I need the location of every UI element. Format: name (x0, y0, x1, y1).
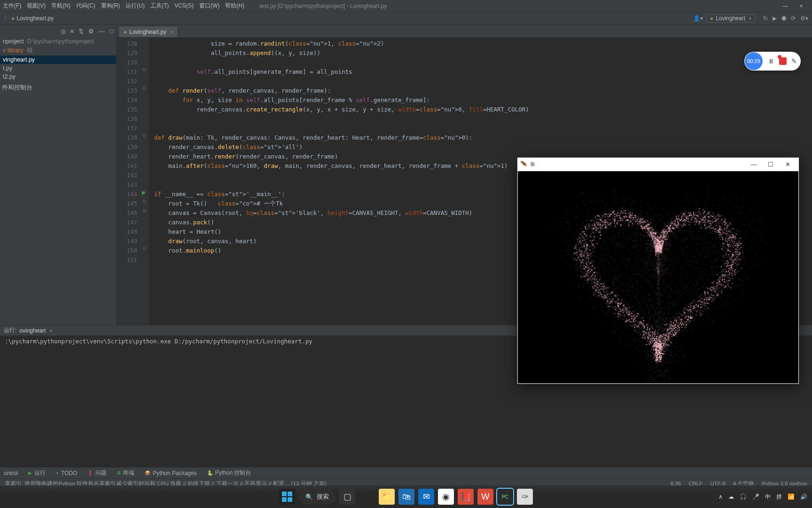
bottom-tab[interactable]: 📦Python Packages (145, 470, 196, 476)
sidebar-tool-icon[interactable]: ⇅ (78, 28, 84, 35)
tree-file[interactable]: t.py (0, 64, 116, 72)
system-tray[interactable]: ∧☁🎧🎤中拼📶🔊 (718, 493, 807, 501)
tk-title-text: tk (531, 161, 535, 167)
taskbar-app-pycharm[interactable]: PC (497, 489, 513, 505)
menu-item[interactable]: 导航(N) (51, 2, 70, 9)
taskbar-search[interactable]: 🔍搜索 (299, 489, 336, 504)
run-config-display: ovingheart (19, 327, 46, 334)
tree-file[interactable]: vingheart.py (0, 56, 116, 64)
bottom-tab[interactable]: ontrol (4, 470, 18, 476)
bottom-tab[interactable]: ≡TODO (56, 470, 77, 476)
project-name: nproject (3, 38, 23, 45)
sidebar-tool-icon[interactable]: ⚙ (88, 28, 94, 35)
menu-item[interactable]: VCS(S) (174, 2, 194, 9)
tray-icon[interactable]: 🎧 (740, 493, 747, 500)
minimize-button[interactable]: — (777, 3, 793, 9)
toolbar-icon[interactable]: ▶ (773, 15, 777, 22)
cursor-icon (778, 55, 781, 59)
breadcrumb-file[interactable]: Lovingheart.py (16, 15, 54, 22)
tree-project-root[interactable]: nproject D:\pycharm\pythonproject (0, 37, 116, 46)
tk-close-button[interactable]: ✕ (779, 161, 796, 168)
bottom-tab[interactable]: ▶运行 (28, 469, 46, 477)
menu-item[interactable]: 运行(U) (125, 2, 145, 9)
sidebar-tool-icon[interactable]: ◎ (61, 28, 66, 35)
lib-label: library (8, 47, 23, 54)
dropdown-icon: ▾ (749, 16, 751, 21)
tree-file[interactable]: t2.py (0, 72, 116, 81)
sidebar-tool-icon[interactable]: ≡ (70, 28, 74, 35)
user-button[interactable]: 👤▾ (693, 15, 703, 22)
fold-gutter[interactable]: ⊟⊟⊟⊟▶⊟⊟⊟ (141, 38, 148, 325)
toolbar-icon[interactable]: ⬢ (781, 15, 786, 22)
tk-output-window[interactable]: 🪶 tk — ☐ ✕ (517, 157, 799, 384)
stop-button[interactable] (779, 57, 787, 65)
toolbar-icon[interactable]: ⟳ (791, 15, 796, 22)
pause-button[interactable]: ⏸ (768, 57, 774, 65)
taskbar-app-explorer[interactable]: 📁 (379, 489, 395, 505)
svg-rect-2 (282, 497, 287, 502)
taskbar-app-red1[interactable]: 📕 (458, 489, 474, 505)
menu-item[interactable]: 代码(C) (76, 2, 95, 9)
run-label: 运行: (4, 326, 16, 334)
sidebar-tool-icon[interactable]: □ (109, 28, 113, 35)
editor-tab[interactable]: ● Lovingheart.py × (118, 26, 178, 37)
bottom-tool-tabs: ontrol▶运行≡TODO❗问题≣终端📦Python Packages🐍Pyt… (0, 467, 812, 478)
menu-item[interactable]: 窗口(W) (199, 2, 219, 9)
tk-maximize-button[interactable]: ☐ (762, 161, 779, 168)
taskbar-app-edge[interactable] (359, 489, 375, 505)
edit-button[interactable]: ✎ (791, 57, 797, 65)
toolbar-icon[interactable]: ↻ (763, 15, 768, 22)
svg-rect-1 (288, 492, 292, 496)
bottom-tab[interactable]: 🐍Python 控制台 (207, 469, 251, 477)
run-config-name: Lovingheart (716, 15, 745, 22)
tree-lib[interactable]: v library 根 (0, 46, 116, 56)
tray-icon[interactable]: ☁ (728, 493, 734, 500)
bottom-tab[interactable]: ≣终端 (117, 469, 134, 477)
tray-icon[interactable]: 🎤 (752, 493, 759, 500)
taskbar-app-taskview[interactable]: ▢ (339, 489, 355, 505)
python-icon: ● (710, 15, 713, 22)
tray-icon[interactable]: 中 (765, 493, 771, 501)
tk-titlebar[interactable]: 🪶 tk — ☐ ✕ (517, 158, 799, 171)
start-button[interactable] (279, 489, 295, 505)
menu-item[interactable]: 重构(R) (101, 2, 120, 9)
tray-icon[interactable]: 拼 (776, 493, 782, 501)
tray-icon[interactable]: ∧ (718, 493, 723, 500)
window-title: test.py [D:\pycharm\pythonproject] - Lov… (259, 3, 387, 9)
taskbar-app-store[interactable]: 🛍 (398, 489, 414, 505)
menu-item[interactable]: 视图(V) (27, 2, 46, 9)
menu-item[interactable]: 工具(T) (150, 2, 169, 9)
tray-icon[interactable]: 📶 (788, 493, 795, 500)
svg-rect-0 (282, 492, 287, 496)
bottom-tab[interactable]: ❗问题 (87, 469, 107, 477)
tree-ext-libs[interactable]: 件和控制台 (0, 83, 116, 93)
nav-bar: 〉 ● Lovingheart.py 👤▾ ● Lovingheart ▾ ↻▶… (0, 12, 812, 25)
project-path: D:\pycharm\pythonproject (27, 38, 94, 45)
project-sidebar: ◎≡⇅⚙—□ nproject D:\pycharm\pythonproject… (0, 25, 117, 325)
tab-close-icon[interactable]: × (170, 29, 173, 35)
tray-icon[interactable]: 🔊 (800, 493, 807, 500)
search-icon: 🔍 (305, 493, 313, 500)
menu-item[interactable]: 文件(F) (3, 2, 21, 9)
run-config-selector[interactable]: ● Lovingheart ▾ (706, 14, 756, 23)
taskbar-app-chrome[interactable]: ◉ (438, 489, 454, 505)
menu-item[interactable]: 帮助(H) (225, 2, 244, 9)
python-file-icon: ● (124, 29, 127, 35)
tk-minimize-button[interactable]: — (745, 161, 762, 168)
close-button[interactable]: × (793, 3, 809, 9)
taskbar-app-mail[interactable]: ✉ (418, 489, 434, 505)
taskbar-app-feather[interactable]: ✑ (517, 489, 533, 505)
python-file-icon: ● (11, 15, 15, 22)
chevron-icon: 〉 (4, 15, 9, 23)
windows-taskbar[interactable]: 🔍搜索▢📁🛍✉◉📕WPC✑ ∧☁🎧🎤中拼📶🔊 (0, 485, 812, 508)
tab-label: Lovingheart.py (129, 29, 166, 35)
taskbar-app-wps[interactable]: W (477, 489, 493, 505)
svg-rect-3 (288, 497, 292, 502)
sidebar-tool-icon[interactable]: — (99, 28, 105, 35)
run-close-icon[interactable]: × (49, 328, 52, 333)
project-tree[interactable]: nproject D:\pycharm\pythonproject v libr… (0, 37, 116, 325)
toolbar-icon[interactable]: ⚙▾ (800, 15, 808, 22)
screen-recorder-widget[interactable]: 00:29 ⏸ ✎ (744, 52, 801, 71)
line-number-gutter: 128 129 130 131 132 133 134 135 136 137 … (117, 38, 141, 325)
sidebar-toolbar: ◎≡⇅⚙—□ (0, 25, 116, 37)
